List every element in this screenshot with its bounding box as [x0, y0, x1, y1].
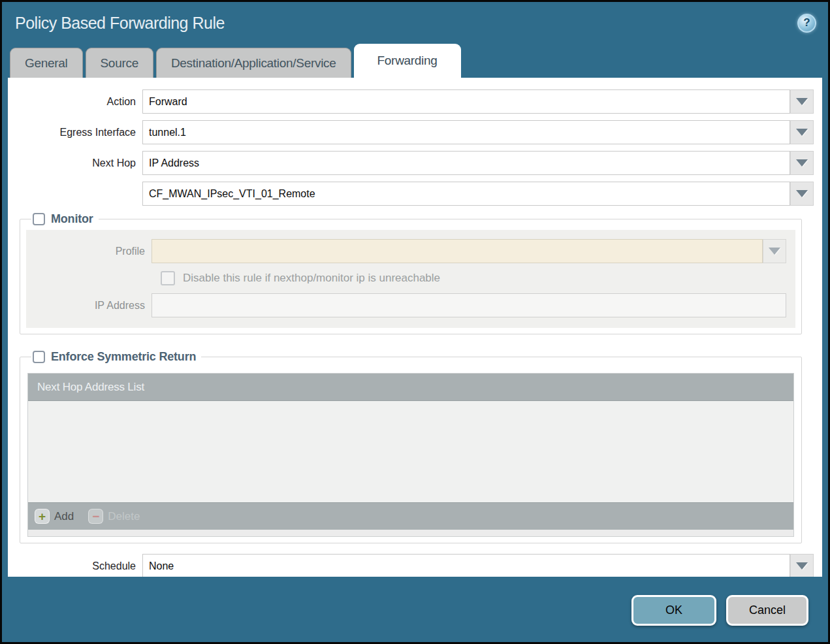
dialog-titlebar: Policy Based Forwarding Rule ? [2, 2, 828, 44]
profile-row: Profile [35, 239, 786, 263]
tab-destination-application-service[interactable]: Destination/Application/Service [156, 48, 351, 78]
symmetric-return-legend: Enforce Symmetric Return [31, 350, 201, 364]
add-button[interactable]: + Add [35, 509, 74, 524]
next-hop-row: Next Hop [8, 151, 814, 175]
monitor-checkbox[interactable] [33, 213, 45, 225]
disable-rule-label: Disable this rule if nexthop/monitor ip … [183, 272, 440, 285]
monitor-panel: Profile Disable this rule if nexthop/mon… [26, 230, 795, 328]
delete-button: − Delete [88, 509, 140, 524]
enforce-symmetric-return-checkbox[interactable] [33, 351, 45, 363]
add-button-label: Add [54, 510, 74, 523]
monitor-ip-address-label: IP Address [35, 300, 152, 312]
cancel-button[interactable]: Cancel [726, 595, 808, 626]
action-dropdown-button[interactable] [790, 89, 814, 114]
profile-input [152, 239, 763, 263]
action-input[interactable] [142, 89, 790, 114]
tab-general[interactable]: General [10, 48, 83, 78]
delete-button-label: Delete [108, 510, 140, 523]
table-scrollbar-strip [28, 530, 793, 536]
tab-bar: General Source Destination/Application/S… [2, 44, 828, 78]
tab-source[interactable]: Source [86, 48, 153, 78]
egress-interface-row: Egress Interface [8, 120, 814, 144]
next-hop-address-dropdown-button[interactable] [790, 182, 814, 206]
next-hop-type-input[interactable] [142, 151, 790, 175]
action-row: Action [8, 89, 814, 114]
profile-dropdown-button [763, 239, 786, 263]
symmetric-return-section-title: Enforce Symmetric Return [51, 350, 196, 364]
egress-interface-label: Egress Interface [8, 127, 142, 138]
schedule-row: Schedule [8, 554, 814, 577]
chevron-down-icon [796, 129, 808, 136]
table-header: Next Hop Address List [28, 374, 793, 401]
egress-interface-input[interactable] [142, 120, 790, 144]
next-hop-type-dropdown-button[interactable] [790, 151, 814, 175]
monitor-legend: Monitor [31, 212, 99, 226]
chevron-down-icon [796, 190, 808, 197]
action-label: Action [8, 96, 142, 108]
disable-rule-row: Disable this rule if nexthop/monitor ip … [161, 271, 786, 285]
symmetric-return-section: Enforce Symmetric Return Next Hop Addres… [20, 350, 802, 543]
table-toolbar: + Add − Delete [28, 502, 793, 530]
schedule-dropdown-button[interactable] [790, 554, 814, 577]
schedule-label: Schedule [8, 560, 142, 572]
dialog-footer: OK Cancel [2, 577, 828, 642]
next-hop-address-list-table: Next Hop Address List + Add − Delete [27, 373, 794, 537]
minus-icon: − [88, 509, 103, 524]
table-header-label: Next Hop Address List [37, 381, 144, 394]
policy-based-forwarding-dialog: Policy Based Forwarding Rule ? General S… [0, 0, 830, 644]
monitor-section-title: Monitor [51, 212, 93, 226]
egress-interface-dropdown-button[interactable] [790, 120, 814, 144]
plus-icon: + [35, 509, 50, 524]
tab-forwarding[interactable]: Forwarding [354, 44, 461, 78]
next-hop-label: Next Hop [8, 157, 142, 169]
schedule-input[interactable] [142, 554, 790, 577]
next-hop-address-input[interactable] [142, 182, 790, 206]
profile-label: Profile [35, 246, 152, 257]
monitor-ip-address-input [152, 293, 786, 317]
table-body-empty[interactable] [28, 401, 793, 502]
chevron-down-icon [769, 248, 780, 255]
chevron-down-icon [796, 159, 808, 167]
chevron-down-icon [796, 98, 808, 105]
chevron-down-icon [796, 562, 808, 570]
monitor-section: Monitor Profile Disable this rule if nex… [20, 212, 802, 334]
dialog-title: Policy Based Forwarding Rule [15, 14, 225, 33]
ok-button[interactable]: OK [631, 595, 716, 626]
monitor-ip-address-row: IP Address [35, 293, 786, 317]
next-hop-address-row [8, 182, 814, 206]
forwarding-tab-content: Action Egress Interface Next Hop [8, 78, 822, 577]
help-icon[interactable]: ? [797, 14, 816, 33]
disable-rule-checkbox [161, 271, 175, 285]
